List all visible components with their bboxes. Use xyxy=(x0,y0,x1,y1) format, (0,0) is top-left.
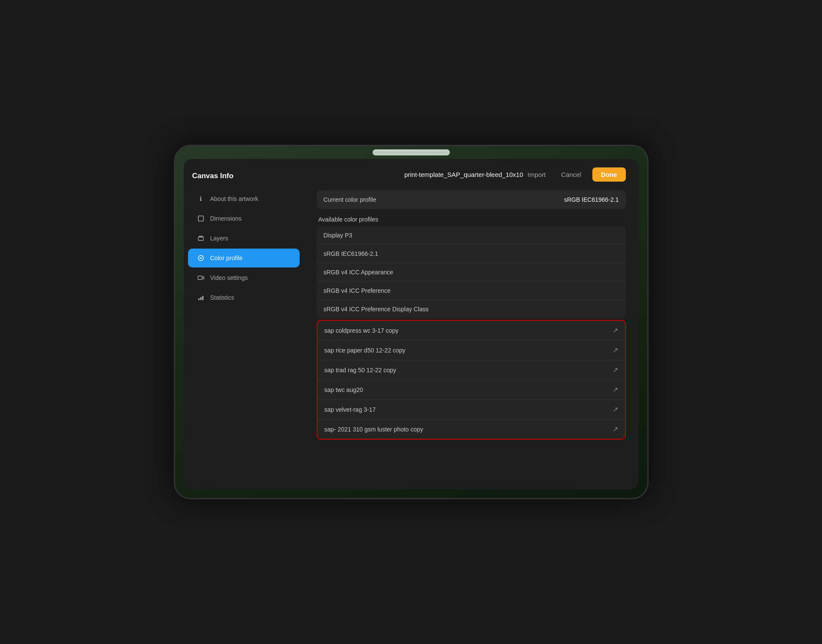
top-bar: print-template_SAP_quarter-bleed_10x10 I… xyxy=(317,167,626,182)
import-button[interactable]: Import xyxy=(523,168,550,181)
profile-item-srgb-v4-display[interactable]: sRGB v4 ICC Preference Display Class xyxy=(317,300,626,318)
video-icon xyxy=(197,273,205,282)
color-profile-area: Current color profile sRGB IEC61966-2.1 … xyxy=(317,190,626,481)
svg-rect-2 xyxy=(199,236,203,237)
profile-item-sap-velvet-rag[interactable]: sap velvet-rag 3-17 ↗ xyxy=(318,400,625,419)
screen: Canvas Info ℹ About this artwork Dimensi… xyxy=(184,159,639,489)
available-profiles-label: Available color profiles xyxy=(317,216,626,223)
sidebar-item-video-settings[interactable]: Video settings xyxy=(188,268,300,287)
profile-item-text: Display P3 xyxy=(324,232,352,239)
svg-rect-1 xyxy=(198,237,203,240)
svg-rect-6 xyxy=(200,297,201,300)
profile-item-text: sap trad rag 50 12-22 copy xyxy=(325,367,396,374)
svg-rect-4 xyxy=(198,276,202,279)
profile-item-text: sRGB v4 ICC Preference xyxy=(324,287,391,294)
profile-custom-icon: ↗ xyxy=(613,346,618,354)
sidebar-title: Canvas Info xyxy=(184,167,304,189)
layers-icon xyxy=(197,234,205,243)
top-bar-actions: Import Cancel Done xyxy=(523,167,626,182)
profile-item-text: sRGB IEC61966-2.1 xyxy=(324,250,379,257)
profile-item-sap-trad-rag[interactable]: sap trad rag 50 12-22 copy ↗ xyxy=(318,360,625,380)
sidebar-item-container-color-profile: Color profile xyxy=(184,248,304,268)
sidebar-item-about[interactable]: ℹ About this artwork xyxy=(188,189,300,208)
statistics-icon xyxy=(197,293,205,302)
sidebar-item-label: Statistics xyxy=(210,294,234,301)
current-profile-value: sRGB IEC61966-2.1 xyxy=(564,196,619,203)
sidebar-item-label: Video settings xyxy=(210,274,248,281)
cancel-button[interactable]: Cancel xyxy=(557,168,585,181)
sidebar: Canvas Info ℹ About this artwork Dimensi… xyxy=(184,159,304,489)
main-content: print-template_SAP_quarter-bleed_10x10 I… xyxy=(304,159,639,489)
sidebar-item-label: Layers xyxy=(210,235,228,242)
profile-item-sap-coldpress[interactable]: sap coldpress wc 3-17 copy ↗ xyxy=(318,321,625,340)
profile-custom-icon: ↗ xyxy=(613,366,618,374)
profile-item-text: sap rice paper d50 12-22 copy xyxy=(325,347,406,354)
sidebar-item-label: About this artwork xyxy=(210,195,258,202)
done-button[interactable]: Done xyxy=(592,167,626,182)
profile-item-text: sap- 2021 310 gsm luster photo copy xyxy=(325,426,423,433)
custom-profiles-box: sap coldpress wc 3-17 copy ↗ sap rice pa… xyxy=(317,320,626,440)
svg-rect-7 xyxy=(202,296,203,300)
sidebar-item-dimensions[interactable]: Dimensions xyxy=(188,209,300,228)
profile-item-srgb-v4-appearance[interactable]: sRGB v4 ICC Appearance xyxy=(317,263,626,282)
sidebar-item-statistics[interactable]: Statistics xyxy=(188,288,300,307)
profile-item-sap-rice-paper[interactable]: sap rice paper d50 12-22 copy ↗ xyxy=(318,340,625,360)
profile-item-text: sap velvet-rag 3-17 xyxy=(325,406,376,413)
dimensions-icon xyxy=(197,214,205,223)
doc-title: print-template_SAP_quarter-bleed_10x10 xyxy=(404,171,523,178)
info-icon: ℹ xyxy=(197,194,205,203)
standard-profiles-box: Display P3 sRGB IEC61966-2.1 sRGB v4 ICC… xyxy=(317,226,626,318)
profile-item-sap-luster[interactable]: sap- 2021 310 gsm luster photo copy ↗ xyxy=(318,419,625,439)
profile-item-sap-twc[interactable]: sap twc aug20 ↗ xyxy=(318,380,625,400)
svg-rect-0 xyxy=(198,216,203,221)
current-profile-row: Current color profile sRGB IEC61966-2.1 xyxy=(317,190,626,209)
profile-item-display-p3[interactable]: Display P3 xyxy=(317,226,626,245)
profile-item-srgb-v4-preference[interactable]: sRGB v4 ICC Preference xyxy=(317,282,626,300)
profile-item-text: sap twc aug20 xyxy=(325,386,363,393)
profile-item-text: sRGB v4 ICC Preference Display Class xyxy=(324,306,429,313)
sidebar-item-label: Dimensions xyxy=(210,215,242,222)
profile-item-text: sRGB v4 ICC Appearance xyxy=(324,269,394,276)
color-profile-icon xyxy=(197,254,205,262)
tablet-frame: Canvas Info ℹ About this artwork Dimensi… xyxy=(175,146,647,498)
profile-item-srgb-iec[interactable]: sRGB IEC61966-2.1 xyxy=(317,245,626,263)
profile-custom-icon: ↗ xyxy=(613,386,618,394)
profile-custom-icon: ↗ xyxy=(613,425,618,433)
profile-item-text: sap coldpress wc 3-17 copy xyxy=(325,327,399,334)
svg-rect-5 xyxy=(198,298,200,300)
profile-custom-icon: ↗ xyxy=(613,326,618,334)
sidebar-item-layers[interactable]: Layers xyxy=(188,229,300,248)
sidebar-item-label: Color profile xyxy=(210,255,243,261)
apple-pencil xyxy=(373,149,450,155)
sidebar-item-color-profile[interactable]: Color profile xyxy=(188,249,300,267)
profile-custom-icon: ↗ xyxy=(613,405,618,413)
current-profile-label: Current color profile xyxy=(324,196,376,203)
